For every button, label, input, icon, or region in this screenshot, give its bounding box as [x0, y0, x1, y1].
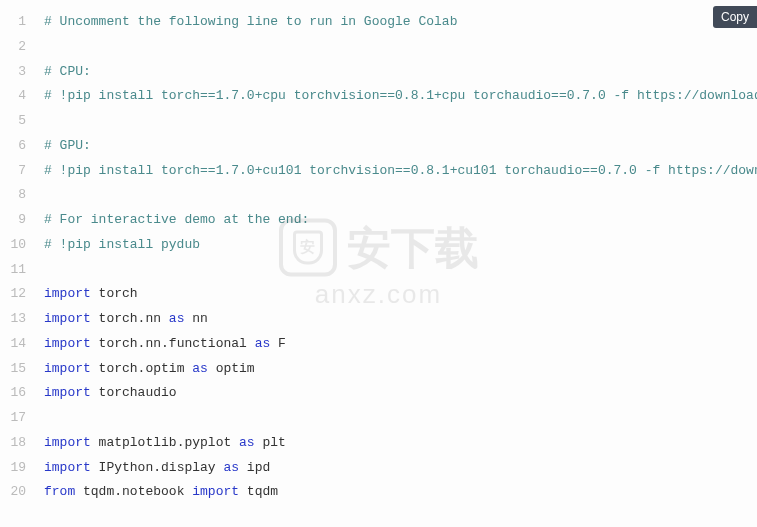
token-comment: # Uncomment the following line to run in…	[44, 14, 457, 29]
token-keyword: as	[255, 336, 271, 351]
token-comment: # CPU:	[44, 64, 91, 79]
token-name: matplotlib.pyplot	[91, 435, 239, 450]
token-name: torch	[91, 286, 138, 301]
token-keyword: import	[44, 385, 91, 400]
line-number: 17	[0, 406, 26, 431]
token-keyword: as	[239, 435, 255, 450]
token-keyword: import	[44, 361, 91, 376]
code-line	[36, 109, 757, 134]
line-number: 19	[0, 456, 26, 481]
token-keyword: as	[223, 460, 239, 475]
token-name: tqdm.notebook	[75, 484, 192, 499]
code-line	[36, 258, 757, 283]
code-line: # GPU:	[36, 134, 757, 159]
code-line	[36, 406, 757, 431]
token-name: IPython.display	[91, 460, 224, 475]
token-keyword: as	[192, 361, 208, 376]
line-number: 5	[0, 109, 26, 134]
line-number: 16	[0, 381, 26, 406]
token-name: nn	[184, 311, 207, 326]
token-name: torch.optim	[91, 361, 192, 376]
code-line: # Uncomment the following line to run in…	[36, 10, 757, 35]
token-keyword: import	[44, 311, 91, 326]
code-line: import matplotlib.pyplot as plt	[36, 431, 757, 456]
code-line: # !pip install pydub	[36, 233, 757, 258]
code-line: import torch.optim as optim	[36, 357, 757, 382]
token-name: plt	[255, 435, 286, 450]
token-keyword: import	[44, 336, 91, 351]
line-number: 11	[0, 258, 26, 283]
line-number: 18	[0, 431, 26, 456]
line-number: 13	[0, 307, 26, 332]
code-line: import IPython.display as ipd	[36, 456, 757, 481]
token-name: F	[270, 336, 286, 351]
token-name: ipd	[239, 460, 270, 475]
line-number: 20	[0, 480, 26, 505]
token-keyword: import	[44, 435, 91, 450]
code-area[interactable]: # Uncomment the following line to run in…	[36, 10, 757, 527]
code-line: # CPU:	[36, 60, 757, 85]
line-number-gutter: 1234567891011121314151617181920	[0, 10, 36, 527]
line-number: 1	[0, 10, 26, 35]
token-keyword: import	[44, 286, 91, 301]
code-line: import torch.nn as nn	[36, 307, 757, 332]
line-number: 2	[0, 35, 26, 60]
token-keyword: from	[44, 484, 75, 499]
line-number: 4	[0, 84, 26, 109]
code-line: # !pip install torch==1.7.0+cpu torchvis…	[36, 84, 757, 109]
code-line: import torch	[36, 282, 757, 307]
line-number: 14	[0, 332, 26, 357]
code-block: 1234567891011121314151617181920 # Uncomm…	[0, 0, 757, 527]
copy-button[interactable]: Copy	[713, 6, 757, 28]
line-number: 3	[0, 60, 26, 85]
line-number: 8	[0, 183, 26, 208]
line-number: 15	[0, 357, 26, 382]
token-name: tqdm	[239, 484, 278, 499]
token-name: torchaudio	[91, 385, 177, 400]
token-name: torch.nn	[91, 311, 169, 326]
token-comment: # !pip install torch==1.7.0+cpu torchvis…	[44, 88, 757, 103]
line-number: 7	[0, 159, 26, 184]
code-line: # For interactive demo at the end:	[36, 208, 757, 233]
code-line	[36, 35, 757, 60]
code-line: # !pip install torch==1.7.0+cu101 torchv…	[36, 159, 757, 184]
code-line: import torch.nn.functional as F	[36, 332, 757, 357]
line-number: 6	[0, 134, 26, 159]
token-keyword: import	[44, 460, 91, 475]
token-keyword: import	[192, 484, 239, 499]
token-comment: # For interactive demo at the end:	[44, 212, 309, 227]
line-number: 10	[0, 233, 26, 258]
token-comment: # !pip install pydub	[44, 237, 200, 252]
token-name: optim	[208, 361, 255, 376]
line-number: 12	[0, 282, 26, 307]
line-number: 9	[0, 208, 26, 233]
code-line: from tqdm.notebook import tqdm	[36, 480, 757, 505]
code-line: import torchaudio	[36, 381, 757, 406]
token-name: torch.nn.functional	[91, 336, 255, 351]
token-comment: # GPU:	[44, 138, 91, 153]
token-comment: # !pip install torch==1.7.0+cu101 torchv…	[44, 163, 757, 178]
code-line	[36, 183, 757, 208]
token-keyword: as	[169, 311, 185, 326]
